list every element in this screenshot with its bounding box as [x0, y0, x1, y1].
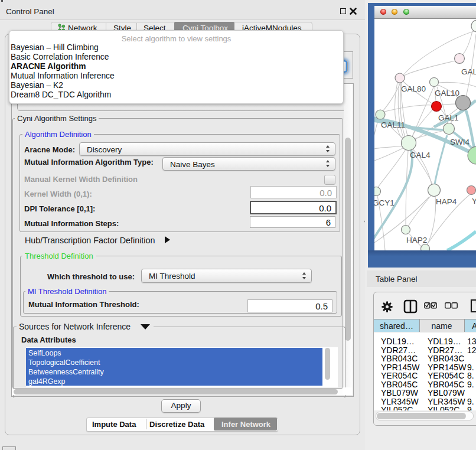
svg-text:HAP2: HAP2 [406, 236, 427, 244]
svg-text:GAL11: GAL11 [381, 120, 405, 129]
svg-text:GAL1: GAL1 [438, 113, 459, 122]
svg-text:GAL4: GAL4 [410, 151, 431, 159]
svg-text:Y: Y [472, 197, 476, 206]
svg-text:GAL80: GAL80 [401, 84, 426, 93]
svg-text:HAP4: HAP4 [436, 197, 457, 206]
svg-text:GAL2: GAL2 [461, 67, 476, 76]
svg-text:GCY1: GCY1 [374, 198, 395, 207]
svg-text:GAL10: GAL10 [435, 89, 459, 97]
svg-text:SWI4: SWI4 [450, 138, 470, 146]
